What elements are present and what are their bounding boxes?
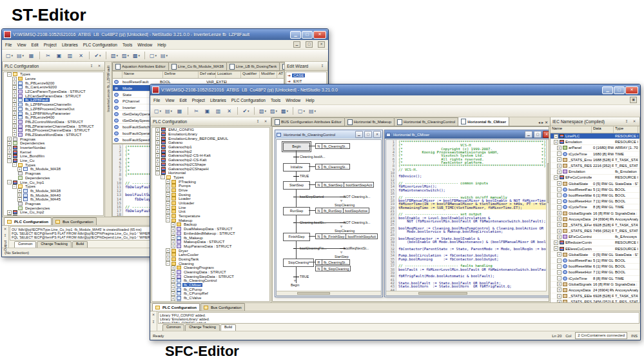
tree-item[interactable]: +LZCanSetParamData : STRUCT bbox=[4, 93, 103, 98]
tree-item[interactable]: Dependencies bbox=[4, 206, 103, 210]
tree-item[interactable]: +Line_Bondfilm bbox=[4, 154, 103, 159]
window-icon[interactable]: ▢▾ bbox=[148, 51, 158, 61]
restore-button[interactable]: ▢ bbox=[364, 131, 372, 138]
tree-item[interactable]: −Line_Cu bbox=[4, 159, 103, 163]
iec-row[interactable]: +EmulationRESOURCE ON C bbox=[551, 139, 639, 145]
tree-expander-icon[interactable]: + bbox=[17, 197, 22, 202]
menu-plc-configuration[interactable]: PLC Configuration bbox=[83, 43, 117, 47]
tree-item[interactable]: +fb_P8Lenze9200 bbox=[4, 81, 103, 85]
iec-row[interactable]: +arPanel0 [1680] RW ...ARRAY [1..70] OF bbox=[551, 145, 639, 151]
iec-row[interactable]: +_STATS_EFeCuContro...6928 [528] R...T_T… bbox=[551, 222, 639, 228]
layout-icon[interactable]: ▨▾ bbox=[269, 106, 278, 116]
doc-tab[interactable]: Horizontal fb_Makeup bbox=[344, 117, 395, 126]
window-icon[interactable]: ▢▾ bbox=[297, 106, 306, 116]
tree-item[interactable]: +InverterNordac bbox=[4, 146, 103, 150]
close-icon[interactable]: ✕ bbox=[2, 226, 8, 232]
iec-row[interactable]: −tCycleTime8 [8] RW GLO...TIME bbox=[551, 204, 639, 210]
tree-expander-icon[interactable]: − bbox=[557, 259, 561, 263]
menu-view[interactable]: View bbox=[17, 43, 26, 47]
mdi-close-icon[interactable]: ✕ bbox=[318, 41, 325, 48]
tree-expander-icon[interactable]: + bbox=[557, 170, 561, 174]
iec-row[interactable]: −tCycleTime1680 [8] RW ...TIME bbox=[551, 152, 639, 157]
pin-icon[interactable]: ↧ bbox=[319, 63, 326, 70]
tree-expander-icon[interactable]: − bbox=[557, 187, 561, 191]
tree-expander-icon[interactable]: + bbox=[557, 217, 561, 221]
sfc-step-finishstep[interactable]: FinishStep bbox=[283, 233, 310, 241]
menu-libraries[interactable]: Libraries bbox=[210, 98, 226, 103]
tree-expander-icon[interactable]: + bbox=[557, 211, 561, 215]
minimize-button[interactable]: ▁ bbox=[290, 31, 301, 39]
tree-expander-icon[interactable]: + bbox=[557, 229, 561, 233]
tree-item[interactable]: +P8LZStatusWordData : STRUCT bbox=[4, 133, 103, 137]
doc-tab[interactable]: Horizontal fb_CleaningControl bbox=[394, 117, 458, 126]
iec-row[interactable]: +EElessCuControllerRESOURCE ON C bbox=[551, 246, 639, 252]
tab-scroll-left-icon[interactable]: ◂ bbox=[538, 120, 540, 124]
menu-project[interactable]: Project bbox=[44, 43, 57, 47]
tree-item[interactable]: Dependencies bbox=[4, 176, 103, 181]
tree-expander-icon[interactable]: − bbox=[557, 205, 561, 210]
check-icon[interactable]: ✔▾ bbox=[241, 106, 251, 116]
panel-tab[interactable]: Bus Configuration bbox=[52, 217, 97, 225]
sfc-action-block[interactable]: Nfb_StartStepboolStartStepActi bbox=[315, 182, 374, 188]
column-header[interactable]: Name bbox=[551, 126, 592, 133]
new-icon[interactable]: ▢▾ bbox=[5, 51, 14, 61]
layout-icon[interactable]: ▨▾ bbox=[121, 51, 130, 61]
iec-row[interactable]: +AncosysData24 [6904] RW...AncosysAnalyz… bbox=[551, 288, 639, 293]
tree-item[interactable]: +fb_P8Lenze9400 bbox=[4, 115, 103, 120]
restore-button[interactable]: ▢ bbox=[534, 131, 542, 138]
close-icon[interactable]: ✕ bbox=[262, 119, 269, 125]
tree-item[interactable]: +CleaningData : STRUCT bbox=[152, 270, 269, 275]
copy-icon[interactable]: ▣ bbox=[202, 106, 212, 116]
panel-toggle-icon[interactable]: ▣ bbox=[630, 97, 637, 103]
check-icon[interactable]: ✔▾ bbox=[93, 51, 102, 61]
cut-icon[interactable]: ✂ bbox=[191, 106, 201, 116]
tree-expander-icon[interactable]: + bbox=[557, 181, 561, 186]
tab-close-icon[interactable]: ✕ bbox=[545, 120, 548, 124]
mdi-minimize-icon[interactable]: ▁ bbox=[293, 41, 300, 48]
column-header[interactable]: Modifier bbox=[260, 72, 277, 78]
tree-item[interactable]: Pragmas bbox=[4, 202, 103, 206]
menu-plc-configuration[interactable]: PLC Configuration bbox=[231, 98, 266, 103]
doc-tab[interactable]: Line_LB fb_DosingTank bbox=[226, 62, 280, 70]
iec-row[interactable]: +EReducerControllerRESOURCE ON C bbox=[551, 240, 639, 246]
iec-row[interactable]: +_STATS_RESOURCE7456 [352] R...T_RES_STA… bbox=[551, 228, 639, 234]
tree-item[interactable]: +P8LZProcessChannelData : STRUCT bbox=[4, 128, 103, 133]
edit-wizard-item[interactable]: ➔CASE bbox=[286, 72, 326, 78]
tree-item[interactable]: +EMU_CONFIG bbox=[152, 128, 269, 132]
iec-row[interactable]: −boolResetFault5 [1] RW GLO...BOOL bbox=[551, 187, 639, 193]
tree-item[interactable]: +EmbeddedMakeup : STRUCT bbox=[152, 231, 269, 236]
maximize-button[interactable]: ▢ bbox=[302, 31, 313, 39]
tree-item[interactable]: Pragmas bbox=[4, 172, 103, 176]
menu-file[interactable]: File bbox=[153, 98, 160, 103]
menu-window[interactable]: Window bbox=[137, 43, 152, 47]
doc-tab[interactable]: Line_Cu fb_Module_MA38 bbox=[168, 62, 227, 70]
tree-expander-icon[interactable]: + bbox=[557, 164, 561, 168]
close-button[interactable]: ✕ bbox=[625, 86, 638, 94]
cut-icon[interactable]: ✂ bbox=[43, 51, 53, 61]
tree-item[interactable]: +fb_CPump bbox=[152, 287, 269, 291]
tree-item[interactable]: +DualMakeupData : STRUCT bbox=[152, 227, 269, 231]
window1-titlebar[interactable]: V:\WSMSQ-2108-1052\S21016_ATB\S_LB_Cu48P… bbox=[2, 29, 328, 40]
tree-expander-icon[interactable]: + bbox=[554, 246, 558, 251]
tree-item[interactable]: +MakeupData : STRUCT bbox=[152, 240, 269, 244]
iec-row[interactable]: −boolResetWarning6 [1] RW GLO...BOOL bbox=[551, 193, 639, 199]
tree-expander-icon[interactable]: − bbox=[557, 264, 561, 269]
menu-help[interactable]: Help bbox=[306, 98, 314, 103]
tree-expander-icon[interactable]: − bbox=[557, 199, 561, 204]
tree-item[interactable]: −Line_Cu_Inp1 bbox=[4, 180, 103, 184]
st-child-window[interactable]: Horizontal fb_CMixer ▁ ▢ ✕ 1234567891011… bbox=[384, 130, 549, 297]
menu-help[interactable]: Help bbox=[157, 43, 166, 47]
compare-icon[interactable]: ▩▾ bbox=[280, 106, 289, 116]
tree-expander-icon[interactable]: + bbox=[554, 240, 558, 245]
output-tab[interactable]: Change Tracking bbox=[37, 241, 72, 248]
tree-item[interactable]: −Cleaning bbox=[152, 261, 269, 266]
output-text-w2[interactable]: Library 'FFU_CONFIG' added.Library 'Emul… bbox=[158, 312, 639, 324]
iec-row[interactable]: −boolResetHorn7 [1] RW GLO...BOOL bbox=[551, 270, 639, 275]
tree-expander-icon[interactable]: + bbox=[557, 252, 561, 257]
pin-icon[interactable]: ↧ bbox=[255, 119, 261, 125]
close-button[interactable]: ✕ bbox=[313, 31, 326, 39]
menu-view[interactable]: View bbox=[165, 98, 174, 103]
sfc-transition[interactable] bbox=[293, 176, 299, 177]
iec-row[interactable]: −boolResetFault5 [1] RW GLO...BOOL bbox=[551, 258, 639, 264]
sfc-action-block[interactable]: Nfb_RunStepboolStepActive bbox=[315, 208, 369, 213]
